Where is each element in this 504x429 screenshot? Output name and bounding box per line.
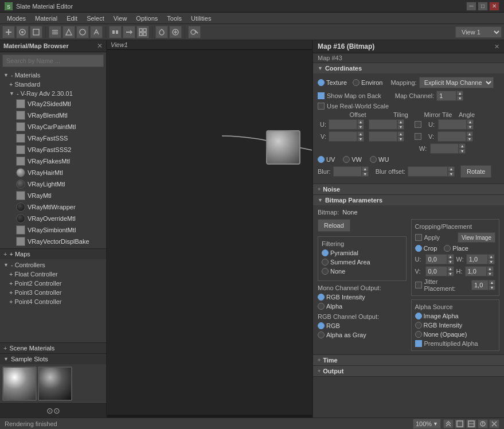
- crop-u-up[interactable]: ▲: [447, 254, 454, 259]
- crop-v-input[interactable]: [425, 266, 447, 276]
- rgb-intensity-radio[interactable]: [318, 294, 325, 301]
- texture-radio[interactable]: [318, 79, 325, 86]
- tiling-v-down[interactable]: ▼: [397, 136, 404, 142]
- blur-up[interactable]: ▲: [362, 166, 369, 171]
- list-item[interactable]: VRay2SidedMtl: [14, 98, 104, 110]
- coordinates-header[interactable]: ▼ Coordinates: [313, 63, 504, 73]
- offset-u-down[interactable]: ▼: [357, 124, 364, 130]
- binoculars-icon[interactable]: ⊙⊙: [46, 406, 60, 415]
- material-node[interactable]: [266, 130, 300, 165]
- list-item[interactable]: VRayVectorDisplBake: [14, 236, 104, 247]
- noise-header[interactable]: + Noise: [313, 184, 504, 194]
- menu-utilities[interactable]: Utilities: [186, 14, 216, 23]
- toolbar-btn-6[interactable]: [76, 26, 89, 38]
- wu-radio[interactable]: [370, 156, 377, 163]
- bitmap-params-header[interactable]: ▼ Bitmap Parameters: [313, 195, 504, 205]
- view-image-button[interactable]: View Image: [458, 232, 495, 243]
- float-controller[interactable]: + Float Controller: [8, 270, 104, 279]
- point3-controller[interactable]: + Point3 Controller: [8, 288, 104, 297]
- view-dropdown[interactable]: View 1: [455, 26, 502, 38]
- blur-offset-down[interactable]: ▼: [448, 171, 455, 177]
- mapping-dropdown[interactable]: Explicit Map Channel: [419, 77, 494, 88]
- controllers-header[interactable]: ▼ - Controllers: [2, 260, 104, 270]
- crop-u-down[interactable]: ▼: [447, 259, 454, 264]
- toolbar-btn-1[interactable]: [2, 26, 15, 38]
- close-button[interactable]: ✕: [489, 2, 499, 11]
- jitter-input[interactable]: [471, 280, 489, 290]
- menu-options[interactable]: Options: [131, 14, 162, 23]
- sample-slot-1[interactable]: [2, 366, 37, 401]
- offset-v-down[interactable]: ▼: [357, 136, 364, 142]
- right-panel-close-button[interactable]: ✕: [494, 43, 499, 50]
- status-btn-1[interactable]: [443, 419, 454, 428]
- environ-radio[interactable]: [353, 79, 360, 86]
- materials-header[interactable]: ▼ - Materials: [2, 71, 104, 80]
- toolbar-btn-11[interactable]: [155, 26, 168, 38]
- crop-h-input[interactable]: [465, 266, 487, 276]
- list-item[interactable]: VRaySimbiontMtl: [14, 224, 104, 236]
- angle-u-up[interactable]: ▲: [467, 119, 474, 124]
- jitter-checkbox[interactable]: [415, 282, 422, 288]
- menu-select[interactable]: Select: [82, 14, 109, 23]
- offset-u-input[interactable]: 0,0: [329, 119, 357, 130]
- blur-down[interactable]: ▼: [362, 171, 369, 177]
- menu-view[interactable]: View: [109, 14, 132, 23]
- jitter-up[interactable]: ▲: [489, 280, 495, 285]
- crop-h-up[interactable]: ▲: [487, 266, 494, 271]
- map-channel-down[interactable]: ▼: [456, 96, 463, 101]
- image-alpha-radio[interactable]: [415, 313, 422, 319]
- viewport-canvas[interactable]: [107, 50, 312, 415]
- angle-v-up[interactable]: ▲: [466, 131, 473, 136]
- show-map-back-checkbox[interactable]: [318, 92, 325, 99]
- sample-slots-toggle[interactable]: ▼ Sample Slots: [0, 353, 106, 364]
- tiling-u-input[interactable]: 1,0: [369, 119, 397, 130]
- apply-checkbox[interactable]: [415, 234, 422, 241]
- summed-area-radio[interactable]: [322, 259, 329, 266]
- list-item[interactable]: VRayFastSSS2: [14, 144, 104, 155]
- blur-offset-input[interactable]: 0,0: [408, 166, 448, 177]
- place-radio[interactable]: [444, 245, 451, 252]
- list-item[interactable]: VRayOverrideMtl: [14, 213, 104, 224]
- vray-header[interactable]: ▼ - V-Ray Adv 2.30.01: [8, 89, 104, 98]
- tiling-u-down[interactable]: ▼: [397, 124, 404, 130]
- list-item[interactable]: VRayCarPaintMtl: [14, 121, 104, 132]
- status-btn-5[interactable]: [489, 419, 499, 428]
- offset-v-input[interactable]: 0,0: [329, 131, 357, 142]
- toolbar-btn-10[interactable]: [136, 26, 149, 38]
- tiling-v-up[interactable]: ▲: [397, 131, 404, 136]
- reload-button[interactable]: Reload: [318, 219, 350, 232]
- mirror-v-checkbox[interactable]: [415, 133, 421, 140]
- offset-v-up[interactable]: ▲: [357, 131, 364, 136]
- minimize-button[interactable]: ─: [466, 2, 476, 11]
- rgb-radio[interactable]: [318, 322, 325, 329]
- angle-u-input[interactable]: 0,0: [438, 119, 467, 130]
- angle-u-down[interactable]: ▼: [467, 124, 474, 130]
- map-channel-spinner[interactable]: ▲ ▼: [436, 91, 463, 101]
- none-radio[interactable]: [322, 268, 329, 275]
- premult-checkbox[interactable]: [415, 340, 422, 347]
- sample-slot-2[interactable]: [38, 366, 72, 401]
- menu-material[interactable]: Material: [30, 14, 62, 23]
- tiling-u-up[interactable]: ▲: [397, 119, 404, 124]
- menu-tools[interactable]: Tools: [162, 14, 186, 23]
- menu-edit[interactable]: Edit: [62, 14, 82, 23]
- status-btn-4[interactable]: [478, 419, 488, 428]
- angle-w-input[interactable]: 0,0: [430, 143, 459, 154]
- toolbar-btn-7[interactable]: [90, 26, 103, 38]
- point2-controller[interactable]: + Point2 Controller: [8, 279, 104, 288]
- scene-materials-toggle[interactable]: + Scene Materials: [0, 342, 106, 353]
- list-item[interactable]: VRayFastSSS: [14, 132, 104, 144]
- crop-w-up[interactable]: ▲: [488, 254, 495, 259]
- jitter-down[interactable]: ▼: [489, 285, 495, 290]
- toolbar-btn-13[interactable]: [188, 26, 201, 38]
- pyramidal-radio[interactable]: [322, 249, 329, 256]
- crop-v-up[interactable]: ▲: [447, 266, 454, 271]
- vw-radio[interactable]: [343, 156, 350, 163]
- offset-u-up[interactable]: ▲: [357, 119, 364, 124]
- point4-controller[interactable]: + Point4 Controller: [8, 297, 104, 306]
- list-item[interactable]: VRayMtlWrapper: [14, 201, 104, 213]
- crop-w-input[interactable]: [466, 254, 488, 264]
- toolbar-btn-9[interactable]: [123, 26, 135, 38]
- toolbar-btn-3[interactable]: [30, 26, 42, 38]
- status-btn-3[interactable]: [466, 419, 476, 428]
